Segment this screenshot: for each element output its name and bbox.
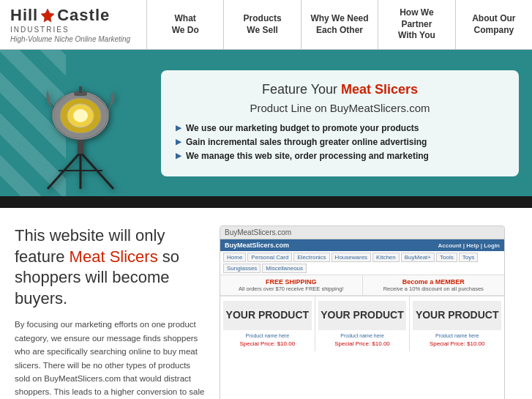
bc-nav-buymeat[interactable]: BuyMeat+ [401, 253, 435, 262]
product-1-image: YOUR PRODUCT [223, 301, 312, 330]
product-grid: YOUR PRODUCT Product name here Special P… [220, 296, 504, 351]
nav-why-we-need[interactable]: Why We NeedEach Other [301, 0, 378, 49]
bullet-1: We use our marketing budget to promote y… [176, 123, 504, 133]
bc-nav-kitchen[interactable]: Kitchen [372, 253, 400, 262]
hero-headline-plain: Feature Your [262, 82, 341, 97]
hero-headline-red: Meat Slicers [341, 82, 418, 97]
nav-how-we-partner[interactable]: How We PartnerWith You [378, 0, 454, 49]
logo-castle: Castle [57, 6, 110, 25]
site-nav: Home Personal Card Electronics Houseware… [220, 251, 504, 275]
promo-shipping: FREE SHIPPING All orders over $70 receiv… [220, 275, 363, 295]
spotlight-image [29, 72, 132, 196]
product-3-price: Special Price: $10.00 [413, 340, 501, 347]
logo-tagline: High-Volume Niche Online Marketing [10, 35, 136, 43]
nav-what-we-do[interactable]: WhatWe Do [146, 0, 223, 49]
browser-content: BuyMeatSlicers.com Account | Help | Logi… [220, 239, 504, 351]
promo-member-title: Become a MEMBER [367, 278, 501, 286]
nav-about-company[interactable]: About OurCompany [455, 0, 532, 49]
product-2: YOUR PRODUCT Product name here Special P… [315, 297, 411, 351]
bc-nav-toys[interactable]: Toys [459, 253, 478, 262]
bc-nav-personal[interactable]: Personal Card [247, 253, 292, 262]
product-2-name: Product name here [318, 333, 407, 338]
site-header-bar: BuyMeatSlicers.com Account | Help | Logi… [220, 239, 504, 251]
logo: Hill Castle [10, 6, 136, 25]
product-3-label: YOUR PRODUCT [416, 310, 499, 321]
hero-headline: Feature Your Meat Slicers [176, 82, 504, 97]
hero-content: Feature Your Meat Slicers Product Line o… [161, 70, 519, 176]
hero-subheadline: Product Line on BuyMeatSlicers.com [176, 102, 504, 114]
dark-divider [0, 196, 532, 208]
hero-bullets: We use our marketing budget to promote y… [176, 123, 504, 161]
product-1: YOUR PRODUCT Product name here Special P… [220, 297, 315, 351]
hero-section: Feature Your Meat Slicers Product Line o… [0, 50, 532, 196]
product-3-name: Product name here [413, 333, 501, 338]
bullet-2: Gain incremental sales through greater o… [176, 137, 504, 147]
logo-hill: Hill [10, 6, 38, 25]
main-content: This website will only feature Meat Slic… [0, 208, 532, 399]
bc-nav-tools[interactable]: Tools [436, 253, 457, 262]
logo-industries: INDUSTRIES [10, 26, 136, 34]
site-header: Hill Castle INDUSTRIES High-Volume Niche… [0, 0, 532, 50]
main-body: By focusing our marketing efforts on one… [15, 318, 205, 399]
product-2-price: Special Price: $10.00 [318, 340, 407, 347]
product-1-name: Product name here [223, 333, 312, 338]
product-3: YOUR PRODUCT Product name here Special P… [410, 297, 504, 351]
product-2-image: YOUR PRODUCT [318, 301, 407, 330]
nav-products-we-sell[interactable]: ProductsWe Sell [223, 0, 300, 49]
product-1-price: Special Price: $10.00 [223, 340, 312, 347]
svg-marker-0 [41, 9, 54, 22]
site-title: BuyMeatSlicers.com [225, 242, 289, 249]
hero-left [0, 50, 161, 196]
browser-bar: BuyMeatSlicers.com [220, 226, 504, 239]
promo-shipping-text: All orders over $70 receive FREE shippin… [225, 286, 358, 292]
product-2-label: YOUR PRODUCT [321, 310, 404, 321]
product-1-label: YOUR PRODUCT [226, 310, 310, 321]
bullet-3: We manage this web site, order processin… [176, 151, 504, 161]
logo-area: Hill Castle INDUSTRIES High-Volume Niche… [0, 0, 146, 49]
bc-nav-electronics[interactable]: Electronics [293, 253, 329, 262]
main-nav: WhatWe Do ProductsWe Sell Why We NeedEac… [146, 0, 532, 49]
promo-member-text: Receive a 10% discount on all purchases [367, 286, 501, 292]
main-heading: This website will only feature Meat Slic… [15, 225, 205, 309]
promo-bar: FREE SHIPPING All orders over $70 receiv… [220, 275, 504, 296]
main-heading-red: Meat Slicers [70, 247, 158, 266]
promo-member: Become a MEMBER Receive a 10% discount o… [363, 275, 505, 295]
bc-nav-home[interactable]: Home [223, 253, 246, 262]
site-links: Account | Help | Login [438, 242, 500, 249]
main-right-browser: BuyMeatSlicers.com BuyMeatSlicers.com Ac… [220, 225, 505, 399]
main-left: This website will only feature Meat Slic… [15, 225, 205, 399]
logo-icon [40, 7, 56, 23]
product-3-image: YOUR PRODUCT [413, 301, 501, 330]
svg-point-10 [73, 109, 88, 122]
svg-rect-13 [79, 86, 82, 93]
bc-nav-misc[interactable]: Miscellaneous [262, 264, 307, 273]
bc-nav-housewares[interactable]: Housewares [331, 253, 371, 262]
bc-nav-sunglasses[interactable]: Sunglasses [223, 264, 261, 273]
promo-shipping-title: FREE SHIPPING [225, 278, 358, 286]
